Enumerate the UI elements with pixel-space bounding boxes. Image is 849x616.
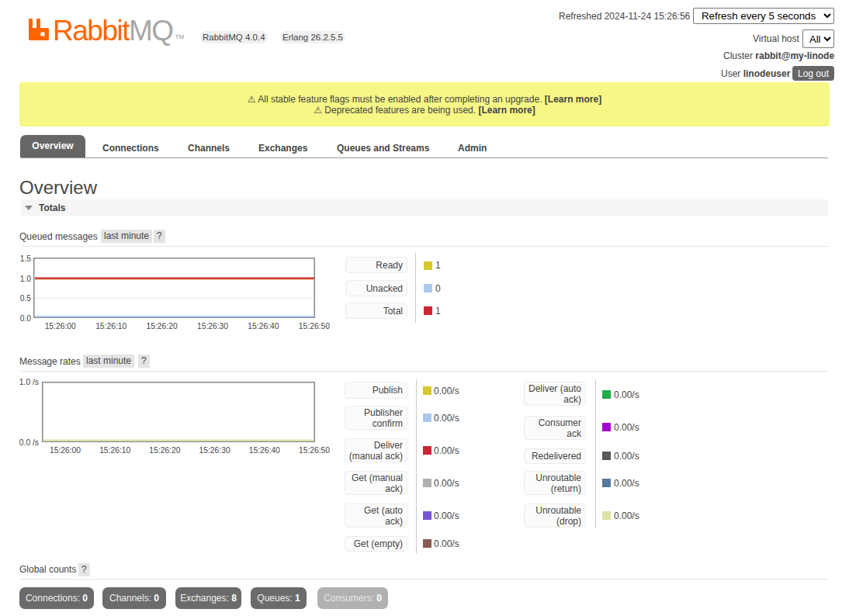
svg-text:15:26:50: 15:26:50 — [299, 446, 330, 455]
svg-text:0.5: 0.5 — [20, 294, 32, 303]
svg-text:15:26:00: 15:26:00 — [45, 322, 76, 330]
svg-text:15:26:10: 15:26:10 — [99, 446, 130, 455]
svg-text:15:26:00: 15:26:00 — [50, 446, 81, 455]
svg-text:1.0 /s: 1.0 /s — [19, 378, 39, 386]
svg-text:15:26:20: 15:26:20 — [147, 322, 178, 330]
svg-text:15:26:20: 15:26:20 — [149, 446, 180, 455]
svg-text:15:26:40: 15:26:40 — [248, 322, 279, 330]
svg-text:15:26:50: 15:26:50 — [299, 322, 330, 330]
svg-text:1.5: 1.5 — [20, 254, 32, 263]
svg-text:1.0: 1.0 — [20, 275, 32, 283]
svg-text:15:26:30: 15:26:30 — [199, 446, 230, 455]
svg-text:0.0: 0.0 — [20, 314, 32, 323]
svg-text:15:26:40: 15:26:40 — [249, 446, 280, 455]
svg-text:15:26:10: 15:26:10 — [95, 322, 126, 330]
svg-text:0.0 /s: 0.0 /s — [19, 438, 39, 447]
svg-text:15:26:30: 15:26:30 — [197, 322, 228, 330]
